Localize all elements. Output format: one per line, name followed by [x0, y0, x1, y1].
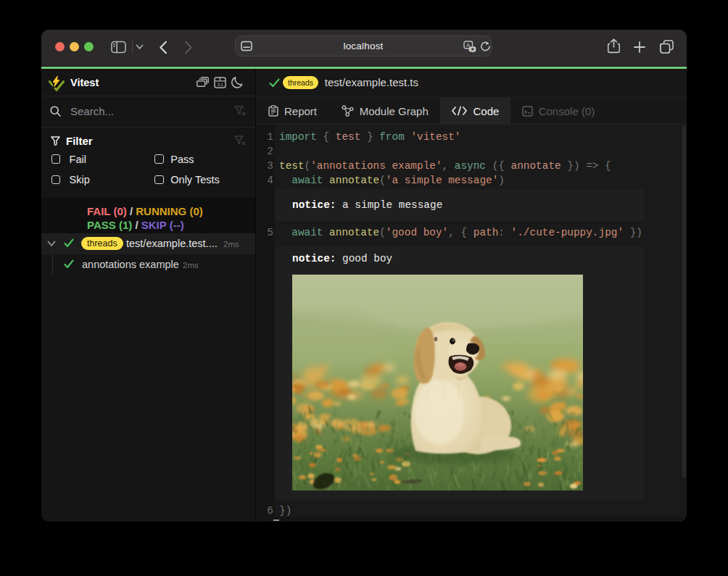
svg-text:3: 3	[218, 83, 220, 87]
svg-text:1: 1	[220, 83, 223, 87]
svg-text:★: ★	[471, 46, 475, 51]
